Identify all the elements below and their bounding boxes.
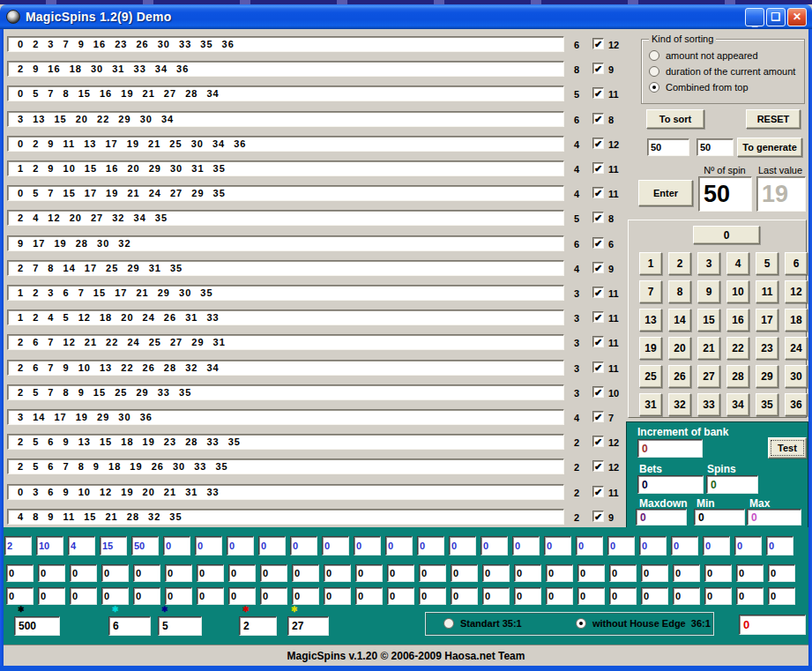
stat-cell[interactable] bbox=[766, 536, 793, 555]
row-checkbox[interactable]: ✔ bbox=[592, 336, 604, 347]
number-22-button[interactable]: 22 bbox=[726, 337, 749, 360]
stat-cell[interactable] bbox=[6, 564, 34, 582]
number-5-button[interactable]: 5 bbox=[756, 252, 778, 275]
stat-cell[interactable] bbox=[355, 564, 383, 582]
stat-cell[interactable] bbox=[260, 587, 287, 605]
spin-sequence-field[interactable] bbox=[7, 309, 564, 325]
stat-cell[interactable] bbox=[704, 564, 732, 582]
number-0-button[interactable]: 0 bbox=[693, 226, 760, 244]
row-checkbox[interactable]: ✔ bbox=[592, 311, 604, 323]
row-checkbox[interactable]: ✔ bbox=[592, 436, 604, 447]
spin-sequence-field[interactable] bbox=[7, 334, 564, 350]
increment-field[interactable] bbox=[637, 439, 703, 458]
n-of-spin-field[interactable] bbox=[698, 176, 752, 212]
row-checkbox[interactable]: ✔ bbox=[592, 386, 604, 398]
stat-cell[interactable] bbox=[387, 564, 414, 582]
number-32-button[interactable]: 32 bbox=[668, 393, 691, 416]
sorting-option[interactable]: amount not appeared bbox=[649, 48, 795, 63]
stat-cell[interactable] bbox=[101, 564, 129, 582]
stat-cell[interactable] bbox=[38, 587, 65, 605]
number-4-button[interactable]: 4 bbox=[726, 252, 749, 275]
stat-cell[interactable] bbox=[451, 587, 478, 605]
number-28-button[interactable]: 28 bbox=[726, 365, 749, 388]
stat-cell[interactable] bbox=[736, 587, 764, 605]
stat-cell[interactable] bbox=[482, 587, 510, 605]
stat-cell[interactable] bbox=[704, 587, 732, 605]
spin-sequence-field[interactable] bbox=[7, 36, 564, 52]
number-17-button[interactable]: 17 bbox=[756, 309, 778, 332]
number-30-button[interactable]: 30 bbox=[785, 365, 808, 388]
row-checkbox[interactable]: ✔ bbox=[592, 362, 604, 373]
spin-sequence-field[interactable] bbox=[7, 86, 564, 101]
row-checkbox[interactable]: ✔ bbox=[592, 87, 604, 99]
stat-cell[interactable] bbox=[131, 536, 159, 555]
test-button[interactable]: Test bbox=[768, 437, 807, 459]
stat-cell[interactable] bbox=[70, 564, 97, 582]
stat-cell[interactable] bbox=[449, 536, 476, 555]
number-3-button[interactable]: 3 bbox=[697, 252, 720, 275]
number-27-button[interactable]: 27 bbox=[697, 365, 720, 388]
stat-cell[interactable] bbox=[101, 587, 129, 605]
number-29-button[interactable]: 29 bbox=[756, 365, 778, 388]
enter-button[interactable]: Enter bbox=[638, 180, 693, 206]
number-23-button[interactable]: 23 bbox=[756, 337, 778, 360]
number-18-button[interactable]: 18 bbox=[785, 309, 808, 332]
stat-cell[interactable] bbox=[197, 587, 224, 605]
stat-cell[interactable] bbox=[68, 536, 95, 555]
stat-cell[interactable] bbox=[480, 536, 508, 555]
stat-cell[interactable] bbox=[546, 587, 573, 605]
stat-cell[interactable] bbox=[639, 536, 667, 555]
row-checkbox[interactable]: ✔ bbox=[592, 411, 604, 422]
stat-cell[interactable] bbox=[163, 536, 190, 555]
stat-cell[interactable] bbox=[324, 564, 351, 582]
stat-cell[interactable] bbox=[292, 587, 319, 605]
spin-sequence-field[interactable] bbox=[7, 409, 564, 425]
number-14-button[interactable]: 14 bbox=[668, 309, 691, 332]
stat-cell[interactable] bbox=[734, 536, 762, 555]
stat-cell[interactable] bbox=[546, 564, 573, 582]
row-checkbox[interactable]: ✔ bbox=[592, 187, 604, 198]
number-34-button[interactable]: 34 bbox=[726, 393, 749, 416]
number-25-button[interactable]: 25 bbox=[639, 365, 662, 388]
stat-cell[interactable] bbox=[197, 564, 224, 582]
stat-cell[interactable] bbox=[482, 564, 510, 582]
stat-cell[interactable] bbox=[290, 536, 317, 555]
generate-count-field-1[interactable] bbox=[647, 138, 689, 156]
stat-cell[interactable] bbox=[165, 564, 192, 582]
close-button[interactable]: ✕ bbox=[787, 8, 807, 26]
number-20-button[interactable]: 20 bbox=[668, 337, 691, 360]
stat-cell[interactable] bbox=[419, 564, 446, 582]
stat-cell[interactable] bbox=[38, 564, 65, 582]
stat-cell[interactable] bbox=[514, 564, 541, 582]
row-checkbox[interactable]: ✔ bbox=[592, 237, 604, 249]
stat-cell[interactable] bbox=[451, 564, 478, 582]
row-checkbox[interactable]: ✔ bbox=[592, 113, 604, 124]
stat-cell[interactable] bbox=[512, 536, 540, 555]
number-26-button[interactable]: 26 bbox=[668, 365, 691, 388]
marker-field[interactable] bbox=[108, 616, 151, 636]
number-1-button[interactable]: 1 bbox=[639, 252, 662, 275]
spin-sequence-field[interactable] bbox=[7, 484, 564, 500]
stat-cell[interactable] bbox=[576, 536, 603, 555]
stat-cell[interactable] bbox=[736, 564, 764, 582]
row-checkbox[interactable]: ✔ bbox=[592, 212, 604, 223]
stat-cell[interactable] bbox=[355, 587, 383, 605]
stat-cell[interactable] bbox=[6, 587, 34, 605]
number-33-button[interactable]: 33 bbox=[697, 393, 720, 416]
to-sort-button[interactable]: To sort bbox=[646, 109, 704, 129]
titlebar[interactable]: MagicSpins 1.2(9) Demo _ ❑ ✕ bbox=[0, 4, 812, 29]
result-field[interactable] bbox=[739, 615, 806, 635]
number-21-button[interactable]: 21 bbox=[697, 337, 720, 360]
number-7-button[interactable]: 7 bbox=[639, 280, 662, 303]
stat-cell[interactable] bbox=[260, 564, 287, 582]
spin-sequence-field[interactable] bbox=[7, 459, 564, 474]
spin-sequence-field[interactable] bbox=[7, 136, 564, 152]
reset-button[interactable]: RESET bbox=[746, 109, 801, 129]
number-12-button[interactable]: 12 bbox=[785, 280, 808, 303]
stat-cell[interactable] bbox=[133, 587, 160, 605]
maxdown-field[interactable] bbox=[636, 509, 687, 526]
spin-sequence-field[interactable] bbox=[7, 434, 564, 450]
to-generate-button[interactable]: To generate bbox=[737, 138, 802, 157]
spin-sequence-field[interactable] bbox=[7, 111, 564, 127]
stat-cell[interactable] bbox=[292, 564, 319, 582]
